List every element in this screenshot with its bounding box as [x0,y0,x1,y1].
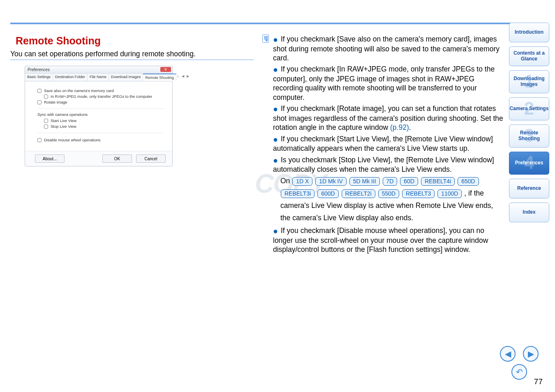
chk-save-also[interactable]: Save also on the camera's memory card [37,88,164,93]
nav-index[interactable]: Index [509,203,549,222]
chk-label: Rotate image [44,100,67,104]
sync-label: Sync with camera operations [37,112,164,117]
bullet-icon: ● [273,226,278,235]
badge-rebelt2i: REBELT2i [342,189,375,198]
dialog-body: Save also on the camera's memory card In… [25,81,172,151]
preferences-dialog: Preferences ✕ Basic Settings Destination… [25,66,173,166]
intro-text: You can set operations performed during … [10,50,196,58]
dialog-titlebar: Preferences ✕ [25,66,172,74]
chk-label: Start Live View [51,118,76,123]
ok-button[interactable]: OK [102,154,132,163]
badge-1dmk4: 1D Mk IV [315,177,347,186]
notes-column: ● If you checkmark [Save also on the cam… [273,34,504,256]
chk-label: In RAW+JPEG mode, only transfer JPEGs to… [51,94,153,99]
badge-600d: 600D [317,189,338,198]
bullet-5: ● Is you checkmark [Stop Live View], the… [273,154,504,174]
badge-rebelt3i: REBELT3i [281,189,314,198]
dialog-title: Preferences [28,67,50,72]
thin-rule [10,60,254,60]
bottom-nav: ◀ ▶ ↶ [500,346,539,380]
bullet-text: . [409,123,411,131]
bullet-2: ● If you checkmark [In RAW+JPEG mode, on… [273,64,504,102]
page-number: 77 [534,377,543,386]
bullet-icon: ● [273,156,278,165]
nav-label: Introduction [515,30,543,35]
tab-scroll-left[interactable]: ◀ [180,74,185,81]
nav-arrows: ◀ ▶ [500,346,539,362]
page: Remote Shooting You can set operations p… [0,0,555,392]
note-icon [262,35,269,43]
side-nav: Introduction Contents at a Glance 1Downl… [509,23,549,222]
nav-label: Camera Settings [510,106,549,112]
prev-page-icon[interactable]: ◀ [500,346,516,362]
bullet-4: ● If you checkmark [Start Live View], th… [273,134,504,153]
close-icon[interactable]: ✕ [160,67,171,72]
badge-1dx: 1D X [292,177,312,186]
bullet-text: Is you checkmark [Stop Live View], the [… [273,156,494,174]
nav-contents[interactable]: Contents at a Glance [509,46,549,66]
chk-label: Save also on the camera's memory card [44,88,114,93]
chk-stop-lv[interactable]: Stop Live View [44,124,164,129]
nav-introduction[interactable]: Introduction [509,23,549,42]
section-heading: Remote Shooting [16,35,101,47]
wheel-section: Disable mouse wheel operations [37,133,164,142]
nav-label: Reference [517,186,541,191]
tab-destination-folder[interactable]: Destination Folder [53,74,88,81]
bullet-icon: ● [273,135,278,144]
tab-file-name[interactable]: File Name [88,74,109,81]
bullet-6: ● If you checkmark [Disable mouse wheel … [273,225,504,254]
tab-download-images[interactable]: Download Images [109,74,143,81]
badge-650d: 650D [458,177,479,186]
return-icon[interactable]: ↶ [511,364,527,380]
nav-reference[interactable]: Reference [509,179,549,198]
bullet-icon: ● [273,65,278,74]
nav-downloading-images[interactable]: 1Downloading Images [509,70,549,93]
tab-basic-settings[interactable]: Basic Settings [25,74,53,81]
chk-start-lv[interactable]: Start Live View [44,118,164,123]
nav-label: Remote Shooting [509,130,549,142]
badge-5dmk3: 5D Mk III [349,177,380,186]
badge-rebelt4i: REBELT4i [421,177,455,186]
bullet-text: If you checkmark [In RAW+JPEG mode, only… [273,65,495,101]
tab-remote-shooting[interactable]: Remote Shooting [143,74,176,81]
chk-raw-jpeg[interactable]: In RAW+JPEG mode, only transfer JPEGs to… [44,94,164,99]
nav-label: Preferences [515,160,543,166]
top-rule [10,23,545,24]
camera-badges: On 1D X 1D Mk IV 5D Mk III 7D 60D REBELT… [273,175,504,224]
on-label: On [280,177,290,185]
badge-1100d: 1100D [437,189,462,198]
nav-label: Contents at a Glance [509,51,549,62]
bullet-text: If you checkmark [Start Live View], the … [273,135,493,153]
sync-section: Sync with camera operations Start Live V… [37,108,164,129]
badge-7d: 7D [383,177,398,186]
page-ref-link[interactable]: (p.92) [390,123,409,131]
tab-scroll-right[interactable]: ▶ [185,74,190,81]
chk-label: Disable mouse wheel operations [44,138,100,142]
bullet-icon: ● [273,104,278,113]
tab-scroll-l[interactable]: L [176,74,180,81]
bullet-text: If you checkmark [Save also on the camer… [273,35,500,62]
about-button[interactable]: About... [35,154,65,163]
dialog-footer: About... OK Cancel [25,151,172,166]
chk-label: Stop Live View [51,124,76,129]
nav-remote-shooting[interactable]: 3Remote Shooting [509,125,549,148]
nav-label: Index [523,210,535,215]
badge-550d: 550D [378,189,399,198]
bullet-1: ● If you checkmark [Save also on the cam… [273,34,504,62]
bullet-text: If you checkmark [Disable mouse wheel op… [273,226,488,254]
dialog-tabs: Basic Settings Destination Folder File N… [25,74,172,81]
nav-label: Downloading Images [509,76,549,88]
chk-disable-wheel[interactable]: Disable mouse wheel operations [37,138,164,142]
cancel-button[interactable]: Cancel [136,154,166,163]
chk-rotate[interactable]: Rotate image [37,100,164,104]
badge-60d: 60D [400,177,418,186]
nav-preferences[interactable]: 4Preferences [509,152,549,175]
bullet-icon: ● [273,35,278,44]
nav-camera-settings[interactable]: 2Camera Settings [509,97,549,120]
bullet-3: ● If you checkmark [Rotate image], you c… [273,103,504,132]
bullet-text: If you checkmark [Rotate image], you can… [273,104,503,131]
next-page-icon[interactable]: ▶ [523,346,539,362]
badge-rebelt3: REBELT3 [402,189,435,198]
